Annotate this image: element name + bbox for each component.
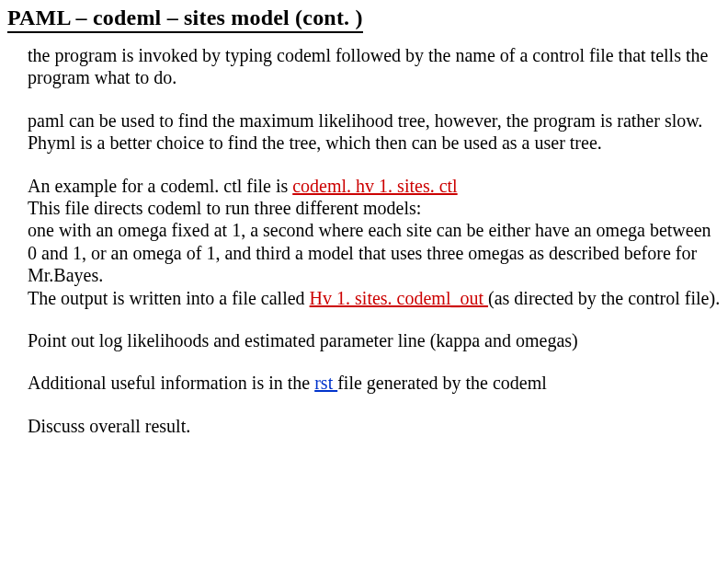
text-output-tail: (as directed by the control file). xyxy=(488,288,720,308)
text-rst-lead: Additional useful information is in the xyxy=(28,373,314,393)
slide-title: PAML – codeml – sites model (cont. ) xyxy=(7,6,363,33)
link-codeml-ctl[interactable]: codeml. hv 1. sites. ctl xyxy=(292,176,457,196)
text-models-detail: one with an omega fixed at 1, a second w… xyxy=(28,220,711,285)
text-example-lead: An example for a codeml. ctl file is xyxy=(28,176,292,196)
paragraph-loglik: Point out log likelihoods and estimated … xyxy=(28,329,721,351)
paragraph-example: An example for a codeml. ctl file is cod… xyxy=(28,175,721,309)
slide-body: the program is invoked by typing codeml … xyxy=(7,44,721,437)
paragraph-phyml: paml can be used to find the maximum lik… xyxy=(28,109,721,155)
paragraph-intro: the program is invoked by typing codeml … xyxy=(28,44,721,89)
link-rst[interactable]: rst xyxy=(314,373,337,393)
slide: PAML – codeml – sites model (cont. ) the… xyxy=(0,0,728,444)
link-codeml-out[interactable]: Hv 1. sites. codeml_out xyxy=(310,288,488,308)
paragraph-rst: Additional useful information is in the … xyxy=(28,372,721,394)
text-models-lead: This file directs codeml to run three di… xyxy=(28,198,421,218)
paragraph-discuss: Discuss overall result. xyxy=(28,415,721,437)
text-rst-tail: file generated by the codeml xyxy=(337,373,547,393)
text-output-lead: The output is written into a file called xyxy=(28,288,310,308)
